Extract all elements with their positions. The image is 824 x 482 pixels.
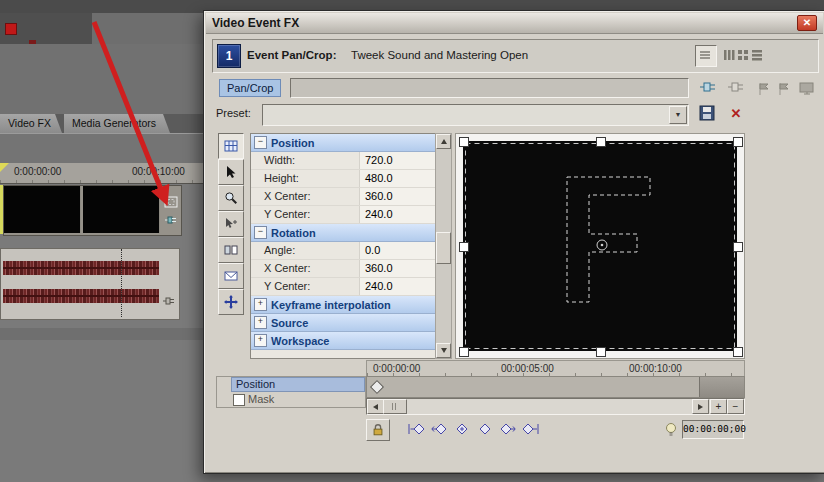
resize-handle-middle-right[interactable] [733, 242, 743, 252]
event-fx-icon[interactable] [164, 212, 178, 230]
layout-list-button[interactable] [695, 45, 717, 67]
layer-label: Position [236, 377, 275, 392]
plugin-chain-item-pan-crop[interactable]: Pan/Crop [219, 79, 281, 97]
zoom-out-button[interactable]: − [727, 399, 744, 414]
section-header-workspace[interactable]: + Workspace [251, 332, 435, 350]
resize-handle-top-left[interactable] [459, 137, 469, 147]
tab-media-generators[interactable]: Media Generators [64, 114, 170, 133]
scroll-down-button[interactable] [436, 343, 451, 358]
resize-handle-bottom-right[interactable] [733, 347, 743, 357]
first-keyframe-button[interactable] [406, 420, 426, 438]
property-value[interactable]: 240.0 [359, 278, 435, 295]
keyframe-time-label: 00:00:05:00 [501, 363, 554, 374]
property-value[interactable]: 720.0 [359, 152, 435, 169]
plugin-chain-bar [290, 78, 689, 98]
resize-handle-middle-left[interactable] [459, 242, 469, 252]
plugin-chain-icon[interactable] [698, 77, 718, 97]
properties-scrollbar[interactable] [435, 133, 452, 359]
audio-event[interactable] [0, 248, 180, 320]
mail-view-button[interactable] [218, 263, 244, 289]
close-button[interactable]: ✕ [797, 15, 817, 31]
video-event[interactable] [3, 185, 182, 236]
property-value[interactable]: 360.0 [359, 188, 435, 205]
mask-checkbox[interactable] [233, 394, 245, 406]
remove-plugin-icon[interactable] [726, 77, 746, 97]
record-indicator [5, 23, 17, 35]
property-label: Height: [251, 170, 359, 187]
snapping-bulb-icon[interactable] [664, 422, 678, 438]
property-label: Y Center: [251, 278, 359, 295]
audio-waveform [3, 261, 159, 275]
layer-row-mask[interactable]: Mask [217, 392, 365, 407]
timeline-ruler[interactable]: 0:00:00:00 00:00:10:00 [0, 163, 203, 184]
property-value[interactable]: 240.0 [359, 206, 435, 223]
crop-canvas[interactable] [463, 141, 737, 351]
section-header-position[interactable]: − Position [251, 134, 435, 152]
keyframe-track[interactable] [366, 376, 745, 398]
keyframe-type-button[interactable] [475, 420, 495, 438]
timeline-marker-icon[interactable] [0, 163, 9, 172]
monitor-icon[interactable] [798, 81, 816, 97]
sync-cursor-button[interactable] [366, 419, 390, 441]
next-keyframe-button[interactable] [498, 420, 518, 438]
left-arrow-icon [373, 404, 378, 410]
pan-crop-workspace[interactable] [455, 133, 745, 359]
property-value[interactable]: 360.0 [359, 260, 435, 277]
scroll-right-button[interactable] [692, 399, 709, 414]
section-header-source[interactable]: + Source [251, 314, 435, 332]
layer-row-position[interactable]: Position [217, 377, 365, 392]
event-fx-icon[interactable] [162, 293, 176, 311]
section-header-rotation[interactable]: − Rotation [251, 224, 435, 242]
combo-dropdown-icon[interactable]: ▼ [669, 106, 687, 124]
expand-icon[interactable]: + [254, 316, 267, 329]
marker-flag-icon[interactable] [776, 81, 794, 97]
zoom-in-button[interactable]: + [710, 399, 727, 414]
selection-tool-button[interactable] [218, 159, 244, 185]
collapse-icon[interactable]: − [254, 136, 267, 149]
scrollbar-thumb[interactable] [436, 232, 451, 264]
cursor-time-display[interactable]: 00:00:00;00 [682, 420, 744, 439]
keyframe-time-label: 00:00:10:00 [629, 363, 682, 374]
expand-icon[interactable]: + [254, 298, 267, 311]
scroll-left-button[interactable] [367, 399, 384, 414]
property-row: Y Center:240.0 [251, 278, 435, 296]
marker-flag-icon[interactable] [756, 81, 774, 97]
lower-dock-divider [0, 328, 203, 340]
tab-video-fx[interactable]: Video FX [0, 114, 62, 133]
split-view-button[interactable] [218, 237, 244, 263]
preset-label: Preset: [216, 107, 251, 119]
collapse-icon[interactable]: − [254, 226, 267, 239]
pan-tool-button[interactable] [218, 289, 244, 315]
keyframe-scrollbar[interactable]: + − [366, 398, 745, 415]
layout-rows-icon[interactable] [751, 48, 765, 62]
property-row: Height:480.0 [251, 170, 435, 188]
expand-icon[interactable]: + [254, 334, 267, 347]
last-keyframe-button[interactable] [521, 420, 541, 438]
pan-crop-icon[interactable] [164, 194, 178, 212]
property-value[interactable]: 0.0 [359, 242, 435, 259]
resize-handle-bottom-center[interactable] [596, 347, 606, 357]
edit-points-tool-button[interactable] [218, 211, 244, 237]
section-header-keyframe-interpolation[interactable]: + Keyframe interpolation [251, 296, 435, 314]
dialog-titlebar[interactable]: Video Event FX ✕ [206, 13, 823, 34]
zoom-tool-button[interactable] [218, 185, 244, 211]
insert-keyframe-button[interactable] [452, 420, 472, 438]
edit-cursor [121, 249, 122, 317]
preset-combobox[interactable]: ▼ [262, 104, 689, 126]
keyframe-marker[interactable] [370, 380, 384, 394]
property-value[interactable]: 480.0 [359, 170, 435, 187]
resize-handle-top-center[interactable] [596, 137, 606, 147]
scrollbar-thumb[interactable] [383, 399, 407, 414]
previous-keyframe-button[interactable] [429, 420, 449, 438]
delete-preset-icon[interactable]: ✕ [726, 104, 746, 124]
resize-handle-top-right[interactable] [733, 137, 743, 147]
keyframe-ruler[interactable]: 0:00:00:00 00:00:05:00 00:00:10:00 [366, 360, 745, 377]
event-name-label: Tweek Sound and Mastering Open [351, 49, 528, 61]
save-preset-icon[interactable] [698, 104, 718, 124]
edit-tool-button[interactable] [218, 133, 244, 159]
layout-columns-icon[interactable] [723, 48, 737, 62]
layout-grid-icon[interactable] [737, 48, 751, 62]
resize-handle-bottom-left[interactable] [459, 347, 469, 357]
scroll-up-button[interactable] [436, 134, 451, 149]
video-event-thumbnail [83, 186, 160, 233]
